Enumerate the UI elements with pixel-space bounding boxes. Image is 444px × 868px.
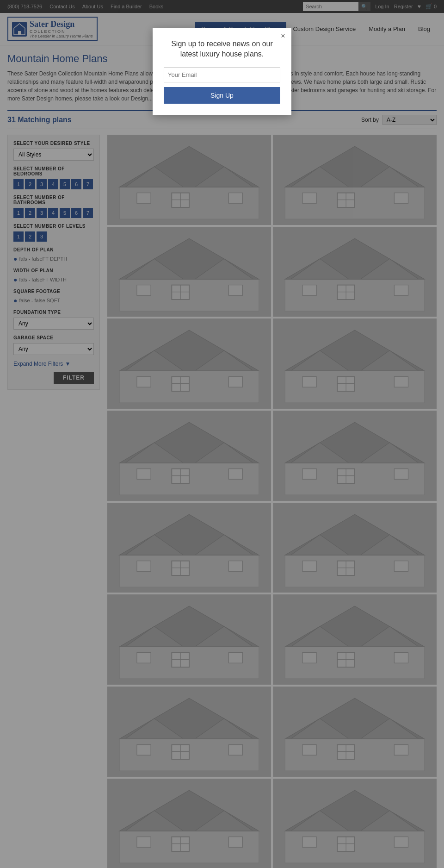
modal-close-button[interactable]: ×: [278, 31, 288, 41]
modal-title: Sign up to receive news on our latest lu…: [164, 39, 280, 60]
modal-overlay[interactable]: × Sign up to receive news on our latest …: [0, 0, 444, 868]
modal-signup-button[interactable]: Sign Up: [164, 87, 280, 104]
modal-email-input[interactable]: [164, 67, 280, 82]
newsletter-modal: × Sign up to receive news on our latest …: [153, 28, 291, 115]
